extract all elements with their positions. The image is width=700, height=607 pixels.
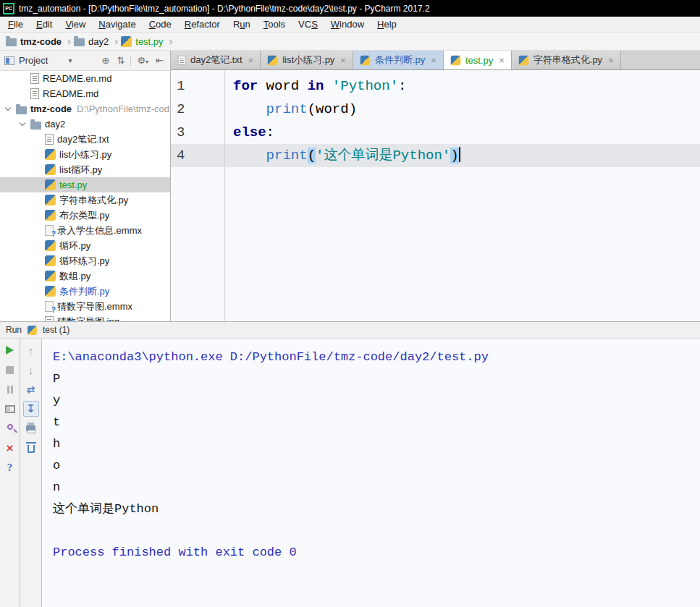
hide-panel-icon[interactable]: ⇤ — [152, 55, 167, 66]
tree-item-猜数字导图.jpg[interactable]: 猜数字导图.jpg — [0, 314, 170, 321]
code-editor[interactable]: 1for word in 'Python':2 print(word)3else… — [171, 70, 700, 321]
tree-item-list循环.py[interactable]: list循环.py — [0, 162, 170, 177]
rerun-icon — [6, 346, 14, 355]
tree-item-label: test.py — [59, 179, 87, 190]
run-tab-test[interactable]: test (1) — [43, 325, 69, 335]
python-file-icon — [45, 149, 56, 160]
print-button[interactable] — [23, 420, 39, 436]
tab-label: day2笔记.txt — [190, 54, 243, 67]
chevron-expanded-icon[interactable] — [5, 104, 11, 110]
close-button[interactable]: × — [2, 440, 18, 456]
tree-item-条件判断.py[interactable]: 条件判断.py — [0, 284, 170, 299]
tab-close-icon[interactable]: × — [608, 55, 614, 66]
pause-button[interactable] — [2, 381, 18, 397]
menu-item-vcs[interactable]: VCS — [292, 17, 324, 33]
rerun-button[interactable] — [2, 342, 18, 358]
menu-item-refactor[interactable]: Refactor — [178, 17, 227, 33]
tab-label: 字符串格式化.py — [534, 54, 602, 67]
tree-item-label: 数组.py — [59, 270, 90, 283]
tree-item-录入学生信息.emmx[interactable]: 录入学生信息.emmx — [0, 223, 170, 238]
tree-item-label: README.md — [43, 88, 98, 99]
tree-item-字符串格式化.py[interactable]: 字符串格式化.py — [0, 192, 170, 208]
prev-occurrence-button[interactable]: ↑ — [23, 342, 39, 358]
menu-item-run[interactable]: Run — [227, 17, 257, 33]
menu-item-code[interactable]: Code — [143, 17, 178, 33]
editor-tab-条件判断.py[interactable]: 条件判断.py× — [353, 51, 444, 69]
tree-item-test.py[interactable]: test.py — [0, 177, 170, 192]
run-panel-body: ×? ↑↓⇄↧ E:\anaconda3\python.exe D:/Pytho… — [0, 339, 700, 607]
tree-item-tmz-code[interactable]: tmz-codeD:\PythonFile\tmz-cod — [0, 101, 170, 116]
python-file-icon — [451, 55, 461, 65]
settings-gear-icon[interactable]: ⚙▾ — [133, 55, 152, 66]
text-cursor — [459, 147, 460, 162]
clear-console-button[interactable] — [23, 440, 39, 456]
tab-close-icon[interactable]: × — [248, 55, 254, 66]
tree-item-README.md[interactable]: README.md — [0, 86, 170, 101]
tree-item-布尔类型.py[interactable]: 布尔类型.py — [0, 208, 170, 223]
gutter-separator — [224, 70, 225, 321]
code-line-1[interactable]: 1for word in 'Python': — [171, 75, 700, 98]
project-panel-title[interactable]: Project — [19, 55, 48, 66]
editor-tab-字符串格式化.py[interactable]: 字符串格式化.py× — [512, 51, 621, 69]
editor-tab-test.py[interactable]: test.py× — [444, 51, 512, 69]
tree-item-README.en.md[interactable]: README.en.md — [0, 71, 170, 86]
tree-item-label: 循环练习.py — [59, 255, 109, 268]
code-line-4[interactable]: 4 print('这个单词是Python') — [171, 144, 700, 167]
scroll-to-end-button[interactable]: ↧ — [23, 401, 39, 417]
tab-label: 条件判断.py — [375, 54, 425, 67]
help-button[interactable]: ? — [2, 459, 18, 475]
stop-button[interactable] — [2, 362, 18, 378]
main-split: Project ▾ ⊕ ⇅ ⚙▾ ⇤ README.en.mdREADME.md… — [0, 51, 700, 321]
menu-item-navigate[interactable]: Navigate — [92, 17, 142, 33]
tab-label: test.py — [465, 55, 493, 66]
breadcrumb-item-test.py[interactable]: test.py — [121, 36, 163, 47]
tree-item-day2[interactable]: day2 — [0, 116, 170, 132]
text-file-icon — [178, 55, 186, 65]
code-line-2[interactable]: 2 print(word) — [171, 98, 700, 121]
breadcrumb-label: day2 — [88, 36, 109, 47]
pause-icon — [7, 386, 9, 394]
menu-item-help[interactable]: Help — [371, 17, 403, 33]
breadcrumb-item-tmz-code[interactable]: tmz-code — [6, 36, 62, 47]
collapse-all-icon[interactable]: ⇅ — [114, 55, 129, 66]
menu-item-tools[interactable]: Tools — [257, 17, 292, 33]
tab-close-icon[interactable]: × — [340, 55, 346, 66]
tree-item-循环练习.py[interactable]: 循环练习.py — [0, 253, 170, 268]
pin-tab-button[interactable] — [2, 420, 18, 436]
code-text: print('这个单词是Python') — [224, 144, 460, 167]
tree-item-循环.py[interactable]: 循环.py — [0, 238, 170, 253]
menu-item-file[interactable]: File — [1, 17, 30, 33]
menu-item-edit[interactable]: Edit — [30, 17, 59, 33]
scroll-end-icon: ↧ — [26, 402, 35, 415]
chevron-expanded-icon[interactable] — [20, 119, 25, 125]
locate-file-icon[interactable]: ⊕ — [98, 55, 114, 66]
tree-item-猜数字导图.emmx[interactable]: 猜数字导图.emmx — [0, 299, 170, 314]
unknown-file-icon — [45, 301, 54, 312]
menu-item-window[interactable]: Window — [324, 17, 371, 33]
tab-close-icon[interactable]: × — [499, 55, 505, 66]
soft-wrap-button[interactable]: ⇄ — [23, 381, 39, 397]
python-file-icon — [45, 179, 56, 190]
tree-item-list小练习.py[interactable]: list小练习.py — [0, 147, 170, 162]
restore-layout-button[interactable] — [2, 401, 18, 417]
menu-item-view[interactable]: View — [59, 17, 92, 33]
text-file-icon — [30, 88, 39, 99]
tree-item-day2笔记.txt[interactable]: day2笔记.txt — [0, 132, 170, 147]
tab-close-icon[interactable]: × — [431, 55, 437, 66]
tree-item-label: 录入学生信息.emmx — [57, 224, 142, 237]
text-file-icon — [45, 134, 54, 145]
tree-item-label: 猜数字导图.jpg — [57, 315, 119, 322]
tree-item-数组.py[interactable]: 数组.py — [0, 268, 170, 284]
breadcrumb-label: tmz-code — [20, 36, 62, 47]
editor-tab-day2笔记.txt[interactable]: day2笔记.txt× — [171, 51, 261, 69]
breadcrumb-item-day2[interactable]: day2 — [74, 36, 109, 47]
tree-item-path: D:\PythonFile\tmz-cod — [77, 103, 169, 114]
help-icon: ? — [7, 462, 13, 474]
code-line-3[interactable]: 3else: — [171, 121, 700, 144]
next-occurrence-button[interactable]: ↓ — [23, 362, 39, 378]
python-file-icon — [45, 210, 56, 221]
code-text: print(word) — [224, 98, 357, 121]
editor-tab-list小练习.py[interactable]: list小练习.py× — [261, 51, 353, 69]
chevron-down-icon[interactable]: ▾ — [68, 56, 72, 64]
title-bar: PC tmz_automation - [D:\PythonFile\tmz_a… — [0, 0, 700, 17]
